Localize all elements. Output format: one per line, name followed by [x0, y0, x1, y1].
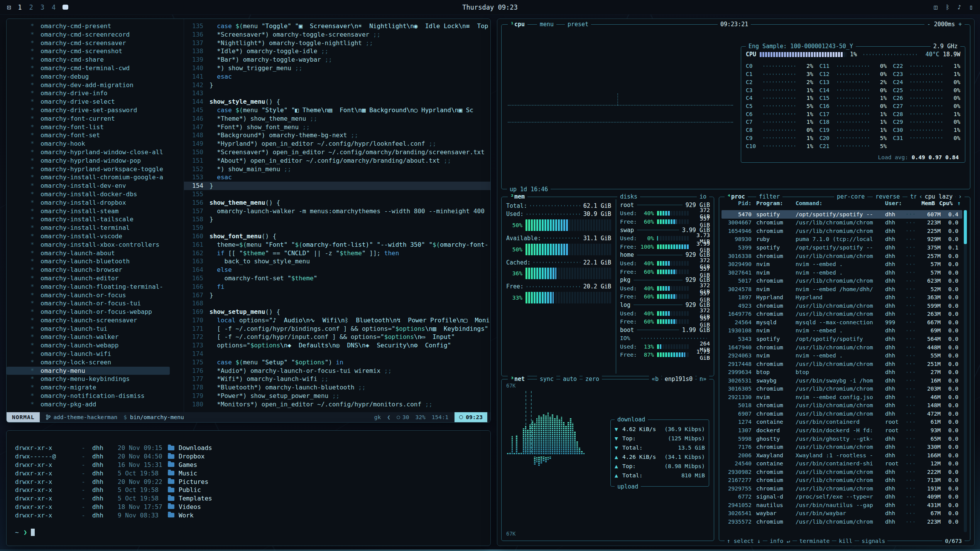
file-item[interactable]: * omarchy-launch-or-focus-tui [7, 299, 170, 308]
process-panel-title[interactable]: ⁴proc [725, 192, 748, 201]
app-logo-icon[interactable]: ⊡ [7, 3, 11, 11]
process-row[interactable]: 1654946 chromium /usr/lib/chromium/chrom… [721, 227, 962, 235]
file-item[interactable]: * omarchy-install-vscode [7, 232, 170, 241]
volume-icon[interactable]: ♪ [958, 3, 961, 11]
footer-action[interactable]: ↑ select ↓ [725, 537, 763, 545]
process-row[interactable]: 5017 chromium /usr/lib/chromium/chrom dh… [721, 276, 962, 285]
file-item[interactable]: * omarchy-install-docker-dbs [7, 190, 170, 199]
process-row[interactable]: 2929755 chromium /usr/lib/chromium/chrom… [721, 484, 962, 493]
process-row[interactable]: 1649776 chromium /usr/lib/chromium/chrom… [721, 310, 962, 318]
process-row[interactable]: 5998 ghostty /usr/bin/ghostty --gtk- dhh… [721, 435, 962, 443]
screenshare-icon[interactable]: ◫ [934, 3, 938, 11]
file-item[interactable]: * omarchy-launch-webapp [7, 341, 170, 350]
file-item[interactable]: * omarchy-cmd-present [7, 22, 170, 30]
process-row[interactable]: 7176 chromium /usr/lib/chromium/chrom dh… [721, 443, 962, 451]
process-row[interactable]: 2941052 nautilus /usr/bin/nautilus --gap… [721, 501, 962, 509]
file-item[interactable]: * omarchy-migrate [7, 383, 170, 392]
filter-button[interactable]: filter [756, 192, 782, 201]
process-row[interactable]: 5343 spotify /opt/spotify/spotify dhh 56… [721, 335, 962, 343]
bluetooth-icon[interactable]: ᛒ [946, 3, 950, 11]
process-row[interactable]: 2999634 btop btop dhh 27M 0.0 [721, 368, 962, 376]
memory-panel-title[interactable]: ²mem [508, 192, 527, 201]
sort-next-button[interactable]: › [956, 192, 965, 201]
file-item[interactable]: * omarchy-dev-add-migration [7, 81, 170, 89]
file-item[interactable]: * omarchy-install-chromium-google-a [7, 173, 170, 182]
file-item[interactable]: * omarchy-hyprland-window-close-all [7, 148, 170, 157]
file-item[interactable]: * omarchy-launch-browser [7, 266, 170, 274]
file-item[interactable]: * omarchy-launch-editor [7, 274, 170, 283]
file-item[interactable]: * omarchy-pkg-add [7, 400, 170, 409]
file-item[interactable]: * omarchy-launch-floating-terminal- [7, 283, 170, 291]
process-row[interactable]: 2006 Xwayland Xwayland :1 -rootless - dh… [721, 451, 962, 460]
file-item[interactable]: * omarchy-cmd-screenrecord [7, 30, 170, 39]
file-item[interactable]: * omarchy-hyprland-workspace-toggle [7, 165, 170, 174]
iface-prev-button[interactable]: «b [649, 375, 661, 383]
process-row[interactable]: 24564 mysqld mysqld --max-connection 999… [721, 318, 962, 327]
process-row[interactable]: 1897 Hyprland Hyprland dhh 363M 0.0 [721, 293, 962, 302]
process-table[interactable]: 5470 spotify /opt/spotify/spotify -- dhh… [721, 210, 962, 533]
file-item[interactable]: * omarchy-hyprland-window-pop [7, 157, 170, 165]
scrollbar-thumb[interactable] [964, 210, 967, 244]
file-item[interactable]: * omarchy-install-dropbox [7, 199, 170, 207]
sort-direction-icon[interactable]: ↑ [957, 200, 961, 206]
process-row[interactable]: 3026541 waybar /usr/bin/waybar dhh 67M 0… [721, 509, 962, 518]
file-item[interactable]: * omarchy-install-xbox-controllers [7, 241, 170, 249]
file-item[interactable]: * omarchy-install-dev-env [7, 182, 170, 190]
battery-icon[interactable]: ▯ [969, 3, 973, 11]
net-auto-button[interactable]: auto [560, 375, 580, 383]
file-item[interactable]: * omarchy-font-set [7, 131, 170, 140]
file-explorer[interactable]: * omarchy-cmd-present * omarchy-cmd-scre… [7, 19, 184, 412]
file-item[interactable]: * omarchy-drive-set-password [7, 106, 170, 115]
file-item[interactable]: * omarchy-launch-bluetooth [7, 257, 170, 266]
footer-action[interactable]: kill [836, 537, 855, 545]
iface-next-button[interactable]: n» [697, 375, 709, 383]
process-table-header[interactable]: Pid: Program: Command: User: MemB Cpu% ↑ [723, 200, 961, 206]
file-item[interactable]: * omarchy-notification-dismiss [7, 392, 170, 400]
io-tab[interactable]: io [697, 192, 709, 201]
process-row[interactable]: 5399 spotify /opt/spotify/spotify -- dhh… [721, 243, 962, 252]
process-scrollbar[interactable] [964, 210, 967, 532]
process-row[interactable]: 1307 dockerd /usr/bin/dockerd -H fd: roo… [721, 426, 962, 435]
file-item[interactable]: * omarchy-cmd-terminal-cwd [7, 64, 170, 72]
net-sync-button[interactable]: sync [537, 375, 556, 383]
file-item[interactable]: * omarchy-launch-wifi [7, 350, 170, 358]
process-row[interactable]: 3016305 chromium /usr/lib/chromium/chrom… [721, 384, 962, 393]
process-row[interactable]: 6772 signal-d /proc/self/exe --type=r dh… [721, 493, 962, 501]
disks-tab[interactable]: disks [617, 192, 640, 201]
per-core-button[interactable]: per-core [834, 192, 867, 201]
file-item[interactable]: * omarchy-hook [7, 140, 170, 148]
file-item[interactable]: * omarchy-drive-select [7, 98, 170, 106]
process-row[interactable]: 2930982 chromium /usr/lib/chromium/chrom… [721, 468, 962, 476]
file-item[interactable]: * omarchy-launch-screensaver [7, 316, 170, 325]
shell-prompt[interactable]: ~ ❯ [15, 529, 490, 536]
process-row[interactable]: 3029490 nvim nvim --embed . dhh 57M 0.0 [721, 260, 962, 268]
update-interval[interactable]: - 2000ms + [924, 20, 965, 29]
process-row[interactable]: 2167277 chromium /usr/lib/chromium/chrom… [721, 476, 962, 485]
workspace-button[interactable]: 1 [18, 3, 22, 11]
process-row[interactable]: 5018 chromium /usr/lib/chromium/chrom dh… [721, 401, 962, 410]
process-row[interactable]: 98930 ruby puma 7.1.0 (tcp://local dhh 9… [721, 235, 962, 244]
file-item[interactable]: * omarchy-install-terminal [7, 224, 170, 232]
file-item[interactable]: * omarchy-launch-tui [7, 325, 170, 333]
file-item[interactable]: * omarchy-cmd-screensaver [7, 39, 170, 47]
process-row[interactable]: 4923 chromium /usr/lib/chromium/chrom dh… [721, 302, 962, 310]
file-item[interactable]: * omarchy-cmd-screenshot [7, 47, 170, 56]
file-item[interactable]: * omarchy-font-current [7, 115, 170, 123]
workspace-button[interactable]: 3 [41, 3, 44, 11]
terminal-window[interactable]: drwxr-xr-x - dhh 20 Nov 09:15 Downloads … [6, 430, 491, 546]
process-row[interactable]: 3027641 nvim nvim --embed . dhh 57M 0.0 [721, 268, 962, 277]
process-row[interactable]: 6907 chromium /usr/lib/chromium/chrom dh… [721, 409, 962, 418]
file-item[interactable]: * omarchy-launch-walker [7, 333, 170, 341]
file-item[interactable]: * omarchy-install-tailscale [7, 215, 170, 224]
workspace-button[interactable]: 4 [52, 3, 56, 11]
network-panel-title[interactable]: ³net [508, 375, 527, 383]
git-branch[interactable]: add-theme-hackerman [46, 414, 117, 420]
file-item[interactable]: * omarchy-lock-screen [7, 358, 170, 367]
process-row[interactable]: 5470 spotify /opt/spotify/spotify -- dhh… [721, 210, 962, 219]
process-row[interactable]: 1930108 nvim nvim --embed . dhh 69M 0.0 [721, 327, 962, 335]
file-item[interactable]: * omarchy-menu-keybindings [7, 375, 170, 383]
file-item[interactable]: * omarchy-cmd-share [7, 56, 170, 64]
menu-button[interactable]: menu [537, 20, 556, 29]
process-row[interactable]: 2924063 nvim nvim --embed . dhh 55M 0.0 [721, 351, 962, 360]
process-row[interactable]: 2921330 nvim nvim --embed config.jso dhh… [721, 393, 962, 401]
